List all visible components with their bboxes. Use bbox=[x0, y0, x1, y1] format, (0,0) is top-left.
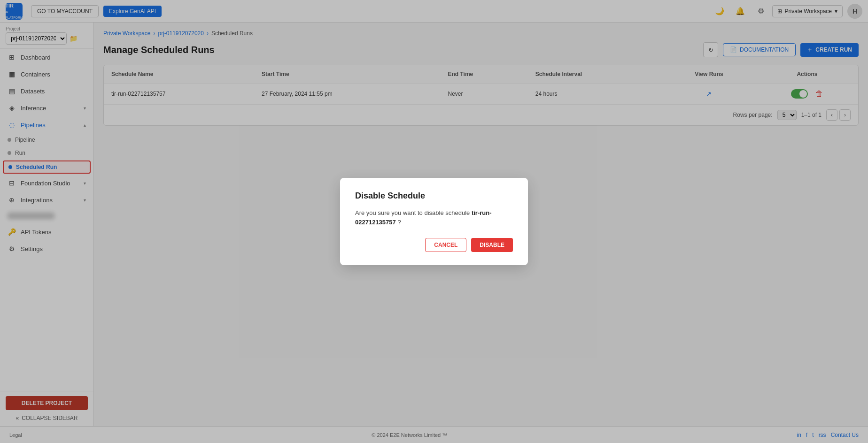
main-content: Private Workspace › prj-011912072020 › S… bbox=[94, 23, 868, 426]
modal-title: Disable Schedule bbox=[355, 191, 513, 201]
modal-body-prefix: Are you sure you want to disable schedul… bbox=[355, 209, 472, 216]
disable-button[interactable]: DISABLE bbox=[471, 238, 513, 252]
modal-actions: CANCEL DISABLE bbox=[355, 238, 513, 252]
modal-body-suffix: ? bbox=[396, 219, 401, 226]
disable-schedule-modal: Disable Schedule Are you sure you want t… bbox=[340, 178, 528, 265]
modal-overlay: Disable Schedule Are you sure you want t… bbox=[94, 23, 868, 426]
cancel-button[interactable]: CANCEL bbox=[425, 238, 466, 252]
modal-body: Are you sure you want to disable schedul… bbox=[355, 208, 513, 227]
